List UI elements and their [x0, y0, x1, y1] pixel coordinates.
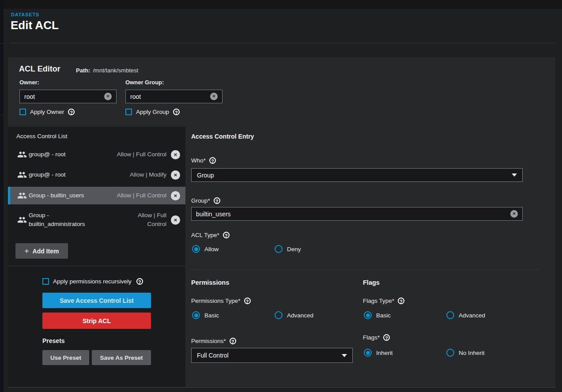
path-value: /mnt/tank/smbtest [93, 67, 139, 74]
acl-list-item[interactable]: group@ - root Allow | Full Control ✕ [8, 144, 185, 165]
dropdown-caret-icon [512, 173, 517, 177]
permissions-label: Permissions* [191, 338, 226, 344]
flags-label: Flags* [363, 334, 380, 341]
sidebar-divider [0, 43, 4, 44]
ace-permissions: Allow | Full Control [105, 150, 166, 159]
apply-recursively-label: Apply permissions recursively [53, 278, 132, 285]
radio-deny[interactable]: Deny [275, 245, 357, 253]
presets-title: Presets [42, 337, 65, 344]
save-as-preset-button[interactable]: Save As Preset [92, 350, 151, 365]
collapsed-sidebar[interactable] [0, 0, 4, 392]
flags-type-radios: Basic Advanced [364, 311, 529, 319]
owner-group-label: Owner Group: [125, 79, 223, 86]
radio-inherit[interactable]: Inherit [364, 349, 446, 357]
ace-name: Group - builtin_administrators [29, 211, 105, 229]
owner-input[interactable]: root ✕ [19, 90, 117, 103]
people-icon [17, 191, 27, 200]
flags-type-label-row: Flags Type* ? [363, 298, 404, 304]
page-title: Edit ACL [11, 19, 59, 32]
ace-title: Access Control Entry [191, 133, 254, 140]
help-icon[interactable]: ? [244, 298, 251, 304]
acl-editor-title: ACL Editor [19, 64, 60, 74]
people-icon [17, 150, 27, 159]
strip-acl-button[interactable]: Strip ACL [42, 313, 151, 329]
help-icon[interactable]: ? [136, 278, 143, 285]
remove-ace-button[interactable]: ✕ [171, 215, 180, 225]
ace-name: group@ - root [29, 150, 105, 159]
help-icon[interactable]: ? [223, 232, 230, 238]
radio-inherit-label: Inherit [376, 350, 393, 356]
help-icon[interactable]: ? [68, 109, 75, 115]
owner-group-input[interactable]: root ✕ [125, 90, 223, 103]
help-icon[interactable]: ? [398, 298, 404, 304]
plus-icon: + [25, 247, 29, 256]
permissions-select-value: Full Control [197, 352, 229, 359]
radio-flags-advanced-control[interactable] [446, 311, 454, 319]
radio-deny-label: Deny [287, 246, 301, 253]
remove-ace-button[interactable]: ✕ [171, 191, 180, 200]
ace-divider [191, 269, 539, 270]
apply-group-checkbox[interactable] [125, 109, 132, 115]
help-icon[interactable]: ? [230, 338, 236, 344]
radio-allow[interactable]: Allow [192, 245, 275, 253]
people-icon [17, 170, 27, 180]
clear-icon[interactable]: ✕ [210, 93, 218, 100]
flags-section-title: Flags [363, 279, 380, 286]
radio-deny-control[interactable] [275, 245, 283, 253]
radio-flags-basic-control[interactable] [364, 311, 372, 319]
flags-type-label: Flags Type* [363, 298, 394, 304]
owner-input-value: root [24, 93, 35, 100]
save-acl-button[interactable]: Save Access Control List [42, 293, 151, 308]
clear-icon[interactable]: ✕ [510, 210, 518, 218]
apply-recursively-checkbox[interactable] [42, 278, 49, 285]
radio-flags-advanced-label: Advanced [459, 312, 485, 319]
apply-owner-checkbox[interactable] [19, 109, 26, 115]
radio-permissions-basic-label: Basic [204, 312, 219, 319]
ace-permissions: Allow | Modify [105, 170, 166, 179]
help-icon[interactable]: ? [383, 334, 390, 341]
acl-list-item[interactable]: group@ - root Allow | Modify ✕ [8, 165, 185, 185]
acl-list-title: Access Control List [16, 133, 68, 139]
radio-flags-basic[interactable]: Basic [364, 311, 446, 319]
breadcrumb[interactable]: DATASETS [11, 12, 39, 17]
remove-ace-button[interactable]: ✕ [171, 150, 180, 159]
people-icon [17, 215, 27, 225]
help-icon[interactable]: ? [209, 157, 216, 164]
radio-flags-advanced[interactable]: Advanced [446, 311, 529, 319]
add-item-button[interactable]: + Add Item [15, 243, 68, 259]
radio-permissions-advanced-label: Advanced [287, 312, 313, 319]
radio-no-inherit-control[interactable] [446, 349, 454, 357]
permissions-select[interactable]: Full Control [191, 348, 353, 363]
acl-type-label-row: ACL Type* ? [191, 232, 230, 238]
acl-list-item-selected[interactable]: Group - builtin_users Allow | Full Contr… [8, 187, 185, 204]
clear-icon[interactable]: ✕ [104, 93, 112, 100]
use-preset-button[interactable]: Use Preset [42, 350, 89, 365]
radio-permissions-basic-control[interactable] [192, 311, 200, 319]
who-select[interactable]: Group [191, 168, 523, 182]
radio-permissions-advanced-control[interactable] [275, 311, 283, 319]
radio-permissions-basic[interactable]: Basic [192, 311, 275, 319]
help-icon[interactable]: ? [214, 197, 220, 204]
group-input[interactable]: builtin_users ✕ [191, 207, 523, 221]
owner-field-group: Owner: root ✕ Apply Owner ? [19, 79, 117, 115]
who-label: Who* [191, 157, 206, 164]
permissions-type-radios: Basic Advanced [192, 311, 357, 319]
radio-permissions-advanced[interactable]: Advanced [275, 311, 357, 319]
apply-owner-label: Apply Owner [30, 109, 64, 115]
who-select-value: Group [197, 172, 214, 179]
access-control-entry-panel: Access Control Entry Who* ? Group Group*… [185, 127, 555, 387]
radio-no-inherit[interactable]: No Inherit [446, 349, 529, 357]
permissions-section-title: Permissions [191, 279, 229, 286]
owner-group-input-value: root [130, 93, 141, 100]
help-icon[interactable]: ? [173, 109, 180, 115]
permissions-type-label: Permissions Type* [191, 298, 241, 304]
header-divider [11, 43, 555, 43]
owner-group-field-group: Owner Group: root ✕ Apply Group ? [125, 79, 223, 115]
remove-ace-button[interactable]: ✕ [171, 170, 180, 180]
radio-inherit-control[interactable] [364, 349, 372, 357]
flags-label-row: Flags* ? [363, 334, 390, 341]
group-input-value: builtin_users [196, 211, 231, 218]
acl-list-item[interactable]: Group - builtin_administrators Allow | F… [8, 205, 185, 234]
permissions-label-row: Permissions* ? [191, 338, 236, 344]
radio-allow-control[interactable] [192, 245, 200, 253]
